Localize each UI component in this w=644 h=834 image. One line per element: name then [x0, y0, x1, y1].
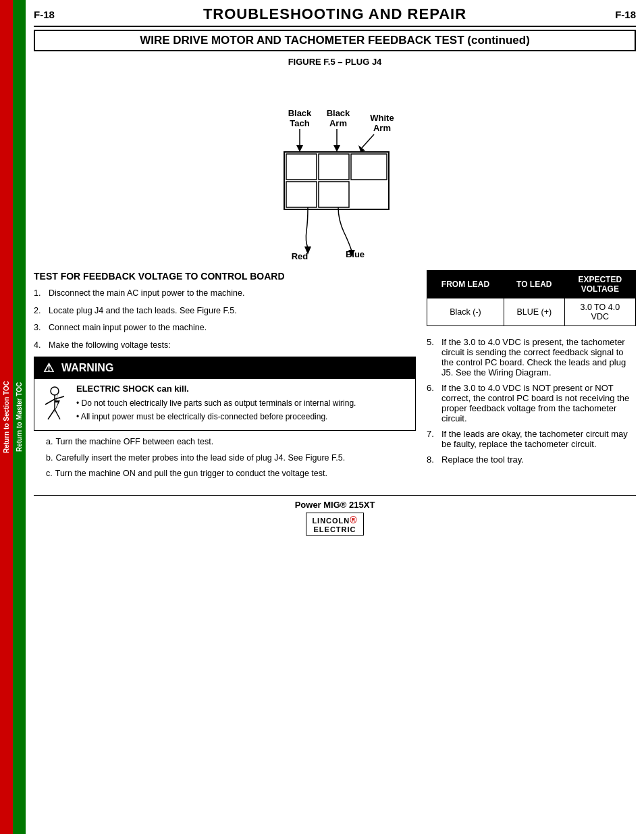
sub-step-c-text: Turn the machine ON and pull the gun tri…: [55, 468, 327, 480]
figure-section: FIGURE F.5 – PLUG J4 Black Tach Black Ar…: [34, 57, 636, 263]
svg-rect-16: [286, 182, 317, 207]
svg-text:Arm: Arm: [329, 118, 347, 128]
step-1: 1. Disconnect the main AC input power to…: [34, 288, 416, 300]
col-to-lead: TO LEAD: [504, 271, 564, 298]
svg-rect-15: [351, 154, 387, 180]
svg-text:Arm: Arm: [373, 123, 391, 133]
step-2-text: Locate plug J4 and the tach leads. See F…: [49, 305, 237, 317]
warning-bullet-1: • Do not touch electrically live parts s…: [76, 398, 411, 409]
svg-rect-17: [319, 182, 349, 207]
return-master-toc-1[interactable]: Return to Master TOC: [14, 0, 24, 834]
sub-step-c: c. Turn the machine ON and pull the gun …: [46, 468, 416, 480]
step-1-num: 1.: [34, 288, 46, 300]
connector-diagram: Black Tach Black Arm White Arm: [220, 72, 450, 261]
sub-step-a-letter: a.: [46, 436, 53, 448]
step-3-num: 3.: [34, 322, 46, 334]
step-5-num: 5.: [427, 337, 439, 377]
svg-line-10: [362, 134, 374, 148]
step-8-text: Replace the tool tray.: [441, 454, 524, 465]
cell-from: Black (-): [427, 298, 504, 326]
return-section-toc-1[interactable]: Return to Section TOC: [1, 0, 11, 834]
lincoln-brand: LINCOLN: [312, 517, 350, 525]
sub-step-a-text: Turn the machine OFF between each test.: [55, 436, 213, 448]
svg-line-27: [55, 396, 64, 399]
lincoln-brand-sub: ELECTRIC: [314, 525, 356, 533]
right-steps: 5. If the 3.0 to 4.0 VDC is present, the…: [427, 337, 636, 465]
lincoln-logo: LINCOLN® ELECTRIC: [306, 513, 363, 536]
step-2-num: 2.: [34, 305, 46, 317]
svg-text:Black: Black: [327, 108, 350, 118]
warning-header: ⚠ WARNING: [34, 357, 415, 379]
svg-line-28: [48, 409, 55, 419]
warning-triangle-icon: ⚠: [41, 361, 56, 375]
col-expected-voltage: EXPECTEDVOLTAGE: [564, 271, 635, 298]
svg-rect-13: [286, 154, 317, 180]
sub-step-b: b. Carefully insert the meter probes int…: [46, 452, 416, 465]
page-header: F-18 TROUBLESHOOTING AND REPAIR F-18: [34, 5, 636, 27]
step-5: 5. If the 3.0 to 4.0 VDC is present, the…: [427, 337, 636, 377]
cell-to: BLUE (+): [504, 298, 564, 326]
page-num-right: F-18: [615, 9, 636, 20]
step-6-text: If the 3.0 to 4.0 VDC is NOT present or …: [441, 383, 636, 423]
sub-step-b-text: Carefully insert the meter probes into t…: [55, 452, 345, 465]
page-footer: Power MIG® 215XT LINCOLN® ELECTRIC: [34, 495, 636, 536]
footer-product: Power MIG® 215XT: [34, 500, 636, 510]
cell-expected: 3.0 TO 4.0VDC: [564, 298, 635, 326]
step-6: 6. If the 3.0 to 4.0 VDC is NOT present …: [427, 383, 636, 423]
step-4-num: 4.: [34, 340, 46, 352]
svg-line-29: [55, 409, 60, 419]
warning-text: ELECTRIC SHOCK can kill. • Do not touch …: [76, 383, 411, 426]
svg-point-24: [51, 387, 59, 395]
svg-text:Tach: Tach: [345, 259, 365, 261]
step-5-text: If the 3.0 to 4.0 VDC is present, the ta…: [441, 337, 636, 377]
step-8: 8. Replace the tool tray.: [427, 454, 636, 465]
step-8-num: 8.: [427, 454, 439, 465]
left-column: TEST FOR FEEDBACK VOLTAGE TO CONTROL BOA…: [34, 270, 416, 484]
right-column: FROM LEAD TO LEAD EXPECTEDVOLTAGE Black …: [427, 270, 636, 484]
step-3-text: Connect main input power to the machine.: [49, 322, 207, 334]
step-3: 3. Connect main input power to the machi…: [34, 322, 416, 334]
svg-text:Black: Black: [288, 108, 312, 118]
warning-label: WARNING: [61, 362, 113, 374]
step-2: 2. Locate plug J4 and the tach leads. Se…: [34, 305, 416, 317]
col-from-lead: FROM LEAD: [427, 271, 504, 298]
sub-step-a: a. Turn the machine OFF between each tes…: [46, 436, 416, 448]
svg-marker-7: [296, 145, 303, 152]
voltage-table: FROM LEAD TO LEAD EXPECTEDVOLTAGE Black …: [427, 270, 636, 326]
step-7-num: 7.: [427, 429, 439, 449]
step-6-num: 6.: [427, 383, 439, 423]
svg-marker-9: [333, 145, 340, 152]
section-title: WIRE DRIVE MOTOR AND TACHOMETER FEEDBACK…: [34, 30, 636, 51]
figure-title: FIGURE F.5 – PLUG J4: [34, 57, 636, 67]
svg-line-26: [45, 399, 55, 405]
page-num-left: F-18: [34, 9, 55, 20]
svg-text:White: White: [370, 113, 394, 123]
svg-text:Red: Red: [292, 251, 308, 261]
svg-text:Tach: Tach: [290, 118, 309, 128]
step-4: 4. Make the following voltage tests:: [34, 340, 416, 352]
step-1-text: Disconnect the main AC input power to th…: [49, 288, 244, 300]
warning-bullet-2: • All input power must be electrically d…: [76, 411, 411, 423]
svg-rect-14: [319, 154, 349, 180]
page-title: TROUBLESHOOTING AND REPAIR: [55, 5, 615, 23]
warning-person-icon: [38, 383, 71, 426]
table-row-1: Black (-) BLUE (+) 3.0 TO 4.0VDC: [427, 298, 636, 326]
sub-step-c-letter: c.: [46, 468, 53, 480]
svg-text:Blue: Blue: [346, 249, 365, 259]
lincoln-dot-icon: ®: [350, 515, 357, 525]
svg-marker-11: [358, 145, 365, 152]
step-4-text: Make the following voltage tests:: [49, 340, 171, 352]
warning-box: ⚠ WARNING: [34, 357, 416, 431]
step-7-text: If the leads are okay, the tachometer ci…: [441, 429, 636, 449]
subsection-title: TEST FOR FEEDBACK VOLTAGE TO CONTROL BOA…: [34, 270, 416, 282]
step-7: 7. If the leads are okay, the tachometer…: [427, 429, 636, 449]
warning-bold-line: ELECTRIC SHOCK can kill.: [76, 383, 411, 395]
sub-step-b-letter: b.: [46, 452, 53, 465]
